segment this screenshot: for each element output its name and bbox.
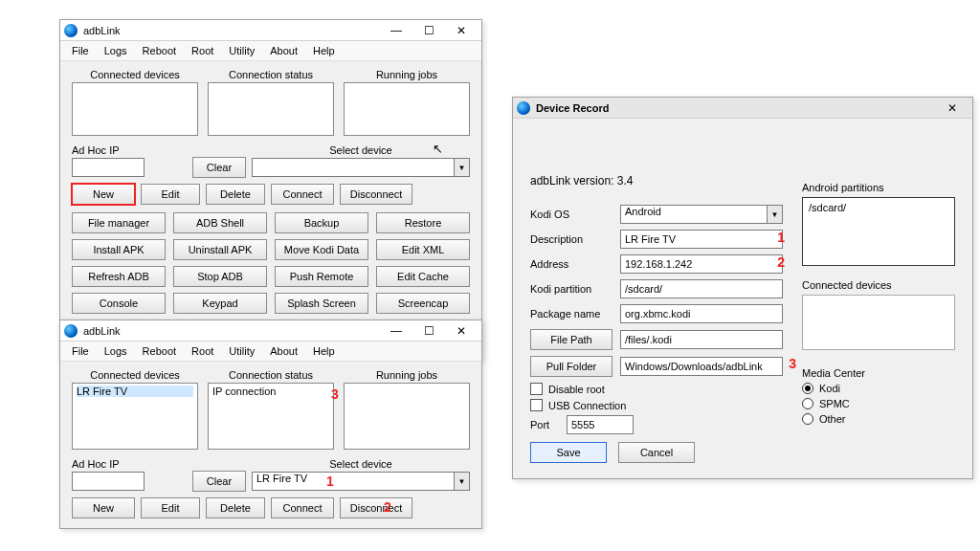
menu-root[interactable]: Root [184,343,221,359]
menu-about[interactable]: About [262,43,305,58]
menu-logs[interactable]: Logs [97,43,135,58]
package-name-input[interactable] [620,304,783,323]
file-path-input[interactable] [620,330,783,349]
install-apk-button[interactable]: Install APK [72,239,166,260]
console-button[interactable]: Console [72,293,166,314]
menu-utility[interactable]: Utility [221,343,262,359]
minimize-button[interactable]: — [380,21,412,40]
minimize-button[interactable]: — [380,321,412,341]
connected-devices-list[interactable]: LR Fire TV [72,383,198,450]
port-label: Port [530,419,559,430]
usb-connection-checkbox[interactable] [530,399,543,411]
running-jobs-label: Running jobs [344,369,470,381]
keypad-button[interactable]: Keypad [173,293,267,314]
adb-shell-button[interactable]: ADB Shell [173,212,267,233]
edit-button[interactable]: Edit [141,184,200,205]
adhoc-ip-input[interactable] [72,472,145,491]
port-input[interactable] [567,415,634,434]
menu-help[interactable]: Help [305,43,343,58]
menu-about[interactable]: About [262,343,305,359]
package-name-label: Package name [530,308,612,320]
list-item[interactable]: LR Fire TV [77,386,193,397]
window-title: adbLink [83,325,121,337]
connected-devices-list[interactable] [802,295,955,350]
menubar: File Logs Reboot Root Utility About Help [60,41,481,61]
delete-button[interactable]: Delete [206,497,265,518]
move-kodi-button[interactable]: Move Kodi Data [275,239,368,260]
edit-cache-button[interactable]: Edit Cache [376,266,470,287]
select-device-combo[interactable] [252,158,455,177]
refresh-adb-button[interactable]: Refresh ADB [72,266,166,287]
chevron-down-icon[interactable]: ▼ [455,158,470,177]
menu-logs[interactable]: Logs [97,343,135,359]
dialog-title: Device Record [536,102,609,114]
backup-button[interactable]: Backup [275,212,368,233]
file-manager-button[interactable]: File manager [72,212,166,233]
version-label: adbLink version: 3.4 [530,174,783,187]
connect-button[interactable]: Connect [271,184,334,205]
app-icon [64,24,78,37]
kodi-partition-label: Kodi partition [530,283,612,295]
select-device-label: Select device [252,458,470,470]
disable-root-label: Disable root [548,384,605,395]
file-path-button[interactable]: File Path [530,329,612,350]
chevron-down-icon[interactable]: ▼ [455,472,470,491]
android-partitions-label: Android partitions [802,182,955,193]
disconnect-button[interactable]: Disconnect [340,184,412,205]
cancel-button[interactable]: Cancel [618,442,695,463]
delete-button[interactable]: Delete [206,184,265,205]
kodi-partition-input[interactable] [620,279,783,298]
maximize-button[interactable]: ☐ [412,21,445,40]
uninstall-apk-button[interactable]: Uninstall APK [173,239,267,260]
menu-utility[interactable]: Utility [221,43,262,58]
adhoc-label: Ad Hoc IP [72,144,187,156]
android-partitions-list[interactable]: /sdcard/ [802,197,955,266]
menu-help[interactable]: Help [305,343,343,359]
connection-status-text: IP connection [212,386,276,397]
description-input[interactable] [620,230,783,249]
connection-status-list [208,82,334,136]
chevron-down-icon[interactable]: ▼ [768,205,783,224]
annotation-1: 1 [777,230,785,245]
media-center-other-radio[interactable] [802,413,813,425]
disable-root-checkbox[interactable] [530,383,543,395]
menu-file[interactable]: File [64,343,97,359]
kodi-os-combo[interactable]: Android [620,205,768,224]
stop-adb-button[interactable]: Stop ADB [173,266,267,287]
menu-root[interactable]: Root [184,43,221,58]
close-button[interactable]: ✕ [445,21,478,40]
restore-button[interactable]: Restore [376,212,470,233]
pull-folder-input[interactable] [620,357,783,376]
adhoc-label: Ad Hoc IP [72,458,187,470]
clear-button[interactable]: Clear [192,157,246,178]
address-input[interactable] [620,254,783,274]
media-center-kodi-radio[interactable] [802,383,813,394]
annotation-3: 3 [789,356,796,371]
connect-button[interactable]: Connect [271,497,334,518]
media-center-spmc-radio[interactable] [802,398,813,409]
menu-reboot[interactable]: Reboot [135,43,184,58]
disconnect-button[interactable]: Disconnect [340,497,412,518]
save-button[interactable]: Save [530,442,607,463]
connected-devices-list[interactable] [72,82,198,136]
new-button[interactable]: New [72,497,135,518]
edit-xml-button[interactable]: Edit XML [376,239,470,260]
push-remote-button[interactable]: Push Remote [275,266,368,287]
maximize-button[interactable]: ☐ [412,321,445,341]
connected-devices-label: Connected devices [802,279,955,291]
edit-button[interactable]: Edit [141,497,200,518]
splash-button[interactable]: Splash Screen [275,293,368,314]
adhoc-ip-input[interactable] [72,158,145,177]
clear-button[interactable]: Clear [192,471,246,492]
media-center-label: Media Center [802,367,955,379]
menu-reboot[interactable]: Reboot [135,343,184,359]
new-button[interactable]: New [72,184,135,205]
select-device-combo[interactable]: LR Fire TV [252,472,455,491]
screencap-button[interactable]: Screencap [376,293,470,314]
pull-folder-button[interactable]: Pull Folder [530,356,612,377]
close-button[interactable]: ✕ [445,321,478,341]
menu-file[interactable]: File [64,43,97,58]
titlebar: adbLink — ☐ ✕ [60,20,481,41]
close-button[interactable]: ✕ [936,99,969,118]
menubar: File Logs Reboot Root Utility About Help [60,342,481,362]
